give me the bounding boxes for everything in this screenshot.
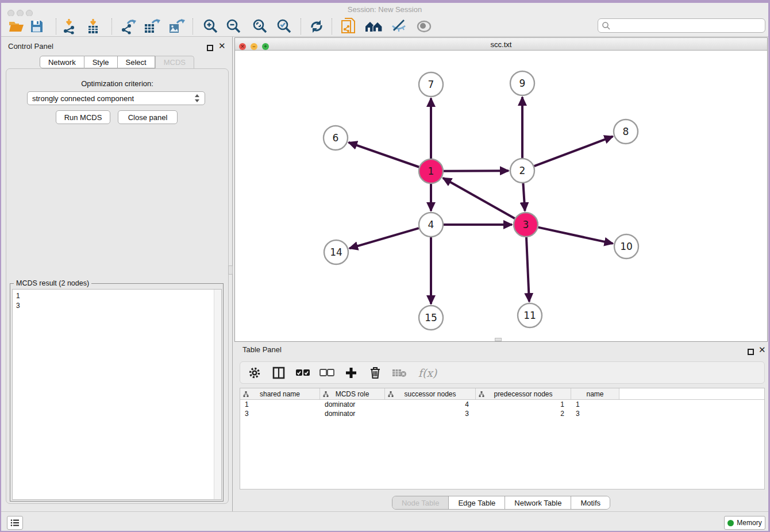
tab-style[interactable]: Style <box>84 56 118 68</box>
search-input[interactable] <box>611 21 765 30</box>
function-builder-icon[interactable]: f(x) <box>416 365 439 380</box>
toolbar-separator <box>56 18 56 34</box>
add-column-icon[interactable] <box>344 365 359 380</box>
search-icon <box>602 21 611 30</box>
home-pages-icon[interactable] <box>365 18 383 35</box>
run-mcds-button[interactable]: Run MCDS <box>56 110 110 124</box>
tab-select[interactable]: Select <box>118 56 155 68</box>
network-graph[interactable]: 1234678910111415 <box>235 51 767 341</box>
sort-tree-icon <box>388 391 394 397</box>
zoom-in-icon[interactable] <box>201 18 220 35</box>
graph-node-label-10: 10 <box>620 241 633 252</box>
graph-edge-2-8[interactable] <box>534 136 613 166</box>
copy-network-icon[interactable] <box>339 18 357 35</box>
mcds-result-box: MCDS result (2 nodes) 1 3 <box>10 283 224 502</box>
table-row[interactable]: 3 dominator 3 2 3 <box>240 409 764 418</box>
vertical-splitter-handle[interactable] <box>228 265 233 275</box>
column-header-successor-nodes[interactable]: successor nodes <box>385 388 476 399</box>
close-table-panel-icon[interactable]: ✕ <box>759 346 766 353</box>
cell-shared-name: 3 <box>240 409 320 418</box>
export-table-icon[interactable] <box>143 18 161 35</box>
criterion-select[interactable]: strongly connected component <box>27 91 205 105</box>
float-panel-icon[interactable] <box>207 43 213 53</box>
table-row[interactable]: 1 dominator 4 1 1 <box>240 400 764 409</box>
zoom-selected-icon[interactable] <box>275 18 293 35</box>
result-scrollbar[interactable] <box>214 290 221 499</box>
graph-edge-1-6[interactable] <box>349 142 419 167</box>
show-columns-glyph <box>272 367 285 379</box>
import-table-glyph <box>85 18 101 34</box>
tab-network-table[interactable]: Network Table <box>505 496 571 509</box>
open-session-glyph <box>8 20 24 33</box>
graph-node-label-6: 6 <box>333 132 339 144</box>
column-label: predecessor nodes <box>494 390 552 398</box>
main-toolbar <box>1 16 768 37</box>
delete-column-glyph <box>369 367 381 379</box>
horizontal-splitter-handle[interactable] <box>495 338 502 341</box>
delete-table-icon[interactable] <box>392 365 407 380</box>
export-image-icon[interactable] <box>167 18 186 35</box>
tab-edge-table[interactable]: Edge Table <box>448 496 505 509</box>
column-header-shared-name[interactable]: shared name <box>240 388 320 399</box>
copy-network-glyph <box>340 18 356 35</box>
zoom-fit-icon[interactable] <box>251 18 269 35</box>
cell-mcds-role: dominator <box>320 409 385 418</box>
criterion-value: strongly connected component <box>32 94 134 103</box>
column-label: successor nodes <box>404 390 456 398</box>
table-options-icon[interactable] <box>247 365 262 380</box>
graph-node-label-14: 14 <box>330 246 342 258</box>
tab-network[interactable]: Network <box>40 56 84 68</box>
window-frame-left <box>0 0 1 532</box>
zoom-selected-glyph <box>276 18 292 34</box>
control-panel-tabs: Network Style Select MCDS <box>1 56 233 68</box>
show-panel-glyph <box>415 19 433 34</box>
graph-edge-1-2[interactable] <box>444 171 509 171</box>
import-network-icon[interactable] <box>60 18 78 35</box>
hide-panel-icon[interactable] <box>390 18 408 35</box>
graph-edge-3-1[interactable] <box>443 178 515 218</box>
cell-predecessor-nodes: 1 <box>476 400 571 409</box>
graph-node-label-1: 1 <box>428 165 434 177</box>
column-header-mcds-role[interactable]: MCDS role <box>320 388 385 399</box>
import-network-glyph <box>61 18 77 34</box>
export-image-glyph <box>168 18 185 34</box>
tab-mcds[interactable]: MCDS <box>155 56 194 68</box>
select-all-icon[interactable] <box>295 365 310 380</box>
float-table-panel-icon[interactable] <box>748 347 754 357</box>
close-panel-icon[interactable]: ✕ <box>218 43 226 49</box>
column-header-name[interactable]: name <box>571 388 619 399</box>
show-columns-icon[interactable] <box>271 365 286 380</box>
close-panel-button[interactable]: Close panel <box>118 110 178 124</box>
memory-button[interactable]: Memory <box>724 516 765 530</box>
save-session-icon[interactable] <box>28 18 46 35</box>
task-history-button[interactable] <box>7 516 23 530</box>
list-icon <box>10 519 20 527</box>
search-box <box>598 18 765 33</box>
tab-node-table[interactable]: Node Table <box>392 496 449 509</box>
graph-edge-3-10[interactable] <box>538 228 613 244</box>
graph-node-label-8: 8 <box>623 126 629 137</box>
column-label: shared name <box>260 390 300 398</box>
column-header-predecessor-nodes[interactable]: predecessor nodes <box>476 388 571 399</box>
graph-edge-3-11[interactable] <box>526 237 529 302</box>
network-title: scc.txt <box>235 40 767 49</box>
delete-column-icon[interactable] <box>368 365 383 380</box>
unselect-all-glyph <box>319 369 334 377</box>
export-network-icon[interactable] <box>119 18 137 35</box>
refresh-layout-icon[interactable] <box>307 18 326 35</box>
network-window-titlebar: ✕ − + scc.txt <box>235 38 767 51</box>
optimization-criterion-label: Optimization criterion: <box>6 79 228 88</box>
graph-edge-4-14[interactable] <box>349 228 419 248</box>
fx-label: f(x) <box>418 367 437 379</box>
tab-motifs[interactable]: Motifs <box>571 496 610 509</box>
show-panel-icon[interactable] <box>415 18 433 35</box>
import-table-icon[interactable] <box>84 18 102 35</box>
cell-mcds-role: dominator <box>320 400 385 409</box>
graph-edge-2-3[interactable] <box>523 183 525 211</box>
refresh-layout-glyph <box>309 18 325 34</box>
open-session-icon[interactable] <box>7 18 25 35</box>
unselect-all-icon[interactable] <box>319 365 334 380</box>
export-network-glyph <box>120 18 137 34</box>
mcds-result-list[interactable]: 1 3 <box>12 289 222 500</box>
zoom-out-icon[interactable] <box>224 18 242 35</box>
